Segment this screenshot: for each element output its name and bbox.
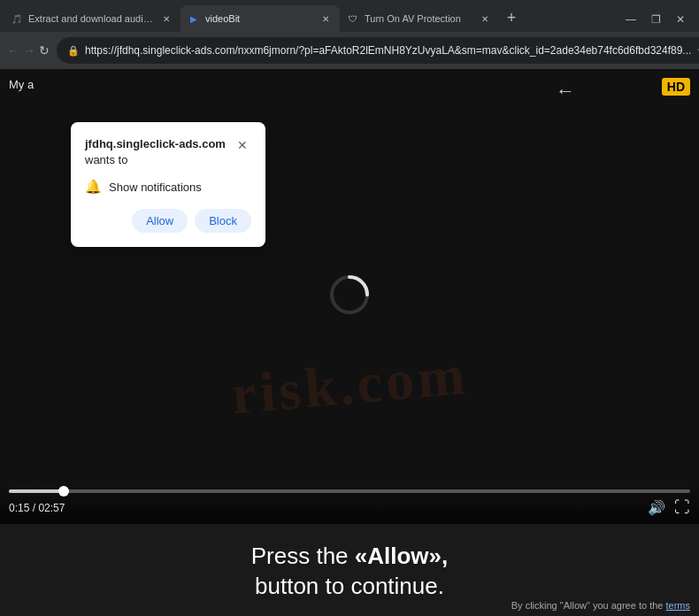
- tab-2-title: videoBit: [205, 13, 313, 24]
- time-current: 0:15: [9, 502, 29, 514]
- back-arrow-icon[interactable]: ←: [556, 80, 575, 103]
- tab-1-favicon: 🎵: [11, 12, 23, 25]
- restore-button[interactable]: ❐: [644, 11, 667, 28]
- tab-3-title: Turn On AV Protection: [365, 13, 472, 24]
- loading-spinner: [328, 273, 371, 320]
- new-tab-button[interactable]: +: [499, 5, 524, 30]
- tab-3-close[interactable]: ✕: [478, 12, 492, 26]
- tab-1-title: Extract and download audio an...: [28, 13, 154, 24]
- fullscreen-icon[interactable]: ⛶: [674, 498, 690, 517]
- page-content: jfdhq.singleclick-ads.com wants to ✕ 🔔 S…: [0, 69, 699, 616]
- popup-notification-row: 🔔 Show notifications: [85, 179, 251, 195]
- tab-1[interactable]: 🎵 Extract and download audio an... ✕: [4, 5, 181, 32]
- progress-fill: [9, 489, 64, 493]
- tab-2-close[interactable]: ✕: [319, 12, 333, 26]
- popup-domain-text: jfdhq.singleclick-ads.com wants to: [85, 136, 234, 168]
- tab-1-close[interactable]: ✕: [159, 12, 173, 26]
- hd-badge: HD: [662, 78, 690, 96]
- block-button[interactable]: Block: [195, 209, 251, 233]
- allow-button[interactable]: Allow: [132, 209, 188, 233]
- tab-2-favicon: ▶: [188, 12, 200, 25]
- video-right-icons: 🔊 ⛶: [648, 498, 690, 517]
- progress-thumb: [58, 486, 69, 497]
- notification-label: Show notifications: [109, 181, 202, 194]
- bell-icon: 🔔: [85, 179, 102, 195]
- back-button[interactable]: ←: [7, 38, 19, 63]
- window-controls: — ❐ ✕: [619, 11, 695, 32]
- volume-icon[interactable]: 🔊: [648, 499, 665, 516]
- popup-domain-bold: jfdhq.singleclick-ads.com: [85, 137, 226, 150]
- forward-button[interactable]: →: [23, 38, 35, 63]
- popup-domain-suffix: wants to: [85, 153, 127, 166]
- spinner-svg: [328, 273, 371, 316]
- notification-popup: jfdhq.singleclick-ads.com wants to ✕ 🔔 S…: [71, 122, 265, 247]
- minimize-button[interactable]: —: [619, 11, 642, 28]
- popup-close-button[interactable]: ✕: [234, 136, 251, 154]
- lock-icon: 🔒: [67, 45, 80, 57]
- time-total: 02:57: [38, 502, 65, 514]
- video-controls: 0:15 / 02:57 🔊 ⛶: [0, 484, 699, 524]
- press-text: Press the «Allow», button to continue.: [9, 542, 690, 602]
- browser-frame: 🎵 Extract and download audio an... ✕ ▶ v…: [0, 0, 699, 616]
- press-text-bold: «Allow»,: [355, 543, 448, 569]
- video-title: My a: [9, 78, 34, 91]
- tab-3-favicon: 🛡: [347, 12, 359, 25]
- popup-buttons: Allow Block: [85, 209, 251, 233]
- terms-text: By clicking "Allow" you agree to the ter…: [511, 600, 690, 611]
- tab-3[interactable]: 🛡 Turn On AV Protection ✕: [340, 5, 499, 32]
- terms-link[interactable]: terms: [666, 600, 691, 611]
- press-text-before: Press the: [251, 543, 355, 569]
- tab-2[interactable]: ▶ videoBit ✕: [181, 5, 340, 32]
- tab-bar: 🎵 Extract and download audio an... ✕ ▶ v…: [0, 0, 699, 32]
- terms-prefix: By clicking "Allow" you agree to the: [511, 600, 666, 611]
- press-text-after: button to continue.: [255, 573, 444, 599]
- video-watermark: risk.com: [0, 322, 699, 449]
- video-bottom-row: 0:15 / 02:57 🔊 ⛶: [9, 498, 690, 517]
- reload-button[interactable]: ↻: [39, 38, 50, 63]
- address-url: https://jfdhq.singleclick-ads.com/nxxm6j…: [85, 44, 691, 57]
- close-button[interactable]: ✕: [669, 11, 692, 28]
- address-bar[interactable]: 🔒 https://jfdhq.singleclick-ads.com/nxxm…: [57, 37, 699, 64]
- progress-bar[interactable]: [9, 489, 690, 493]
- popup-header: jfdhq.singleclick-ads.com wants to ✕: [85, 136, 251, 168]
- toolbar: ← → ↻ 🔒 https://jfdhq.singleclick-ads.co…: [0, 32, 699, 69]
- time-display: 0:15 / 02:57: [9, 502, 65, 514]
